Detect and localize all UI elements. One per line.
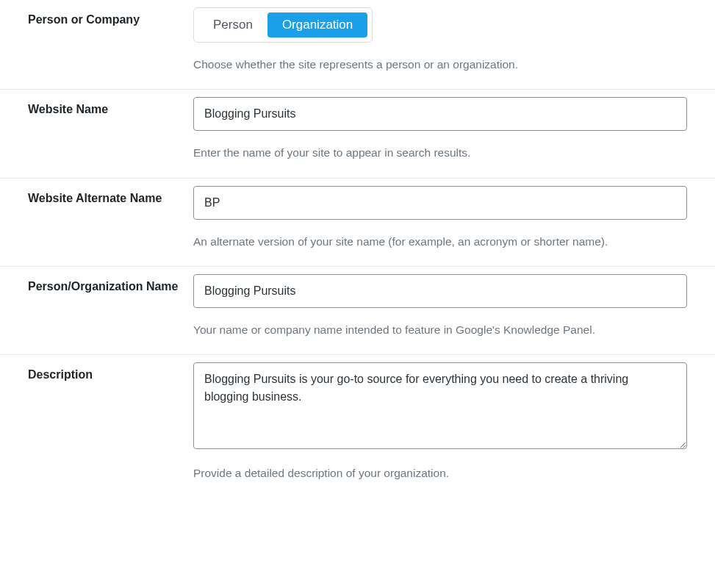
label-description: Description [28,362,193,481]
control-description: Provide a detailed description of your o… [193,362,687,481]
row-person-or-company: Person or Company Person Organization Ch… [0,0,715,90]
input-website-name[interactable] [193,97,687,131]
label-person-org-name: Person/Organization Name [28,274,193,338]
input-person-org-name[interactable] [193,274,687,308]
label-website-alt-name: Website Alternate Name [28,186,193,250]
row-website-name: Website Name Enter the name of your site… [0,90,715,178]
hint-person-org-name: Your name or company name intended to fe… [193,321,687,338]
control-website-alt-name: An alternate version of your site name (… [193,186,687,250]
control-person-org-name: Your name or company name intended to fe… [193,274,687,338]
hint-person-or-company: Choose whether the site represents a per… [193,56,687,73]
control-person-or-company: Person Organization Choose whether the s… [193,7,687,73]
toggle-organization[interactable]: Organization [267,12,367,37]
input-website-alt-name[interactable] [193,186,687,220]
control-website-name: Enter the name of your site to appear in… [193,97,687,161]
row-description: Description Provide a detailed descripti… [0,355,715,498]
row-person-org-name: Person/Organization Name Your name or co… [0,267,715,355]
row-website-alt-name: Website Alternate Name An alternate vers… [0,179,715,267]
textarea-description[interactable] [193,362,687,449]
hint-website-alt-name: An alternate version of your site name (… [193,233,687,250]
hint-website-name: Enter the name of your site to appear in… [193,144,687,161]
hint-description: Provide a detailed description of your o… [193,465,687,481]
toggle-group-person-or-company: Person Organization [193,7,373,43]
label-website-name: Website Name [28,97,193,161]
label-person-or-company: Person or Company [28,7,193,73]
toggle-person[interactable]: Person [198,12,267,37]
